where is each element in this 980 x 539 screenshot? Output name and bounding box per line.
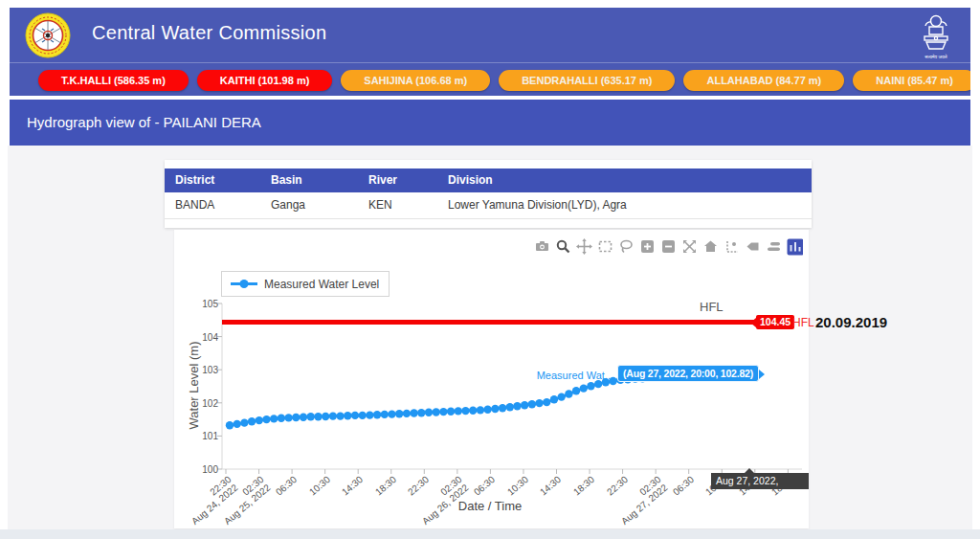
cwc-logo-icon [25, 12, 71, 58]
emblem-caption: सत्यमेव जयते [924, 54, 947, 59]
zoom-icon[interactable] [555, 238, 571, 255]
station-chip[interactable]: T.K.HALLI (586.35 m) [38, 70, 189, 91]
reset-axes-icon[interactable] [702, 238, 719, 255]
camera-icon[interactable] [534, 238, 550, 255]
station-chip[interactable]: NAINI (85.47 m) [853, 70, 970, 91]
hover-closest-icon[interactable] [745, 238, 761, 255]
box-select-icon[interactable] [597, 238, 613, 255]
col-header-division: Division [448, 168, 493, 192]
hydrograph-title-bar: Hydrograph view of - PAILANI DERA [10, 100, 970, 146]
hfl-annotation: HFL [700, 300, 724, 314]
table-row: BANDA Ganga KEN Lower Yamuna Division(LY… [165, 192, 812, 219]
autoscale-icon[interactable] [681, 238, 698, 255]
y-tick-label: 104 [178, 332, 218, 343]
pan-icon[interactable] [576, 238, 592, 255]
station-chip[interactable]: BENDRAHALLI (635.17 m) [499, 70, 675, 91]
legend[interactable]: Measured Water Level [221, 271, 390, 297]
national-emblem-icon: सत्यमेव जयते [917, 11, 955, 65]
app-title: Central Water Commission [92, 22, 326, 44]
cell-district: BANDA [175, 192, 214, 218]
hfl-value-tag: 104.45 [756, 315, 794, 329]
legend-marker-icon [230, 279, 258, 289]
station-chips-row[interactable]: T.K.HALLI (586.35 m)KAITHI (101.98 m)SAH… [10, 65, 970, 96]
legend-label: Measured Water Level [264, 278, 379, 291]
col-header-district: District [175, 168, 214, 192]
bottom-strip [0, 529, 980, 539]
page: Central Water Commission सत्यमेव जयते T.… [0, 0, 980, 539]
station-chip[interactable]: ALLAHABAD (84.77 m) [683, 70, 844, 91]
plotly-modebar[interactable] [534, 238, 803, 255]
hover-axis-tooltip: Aug 27, 2022, 21:00 [711, 473, 809, 489]
page-title: Hydrograph view of - PAILANI DERA [27, 100, 261, 146]
spikelines-icon[interactable] [724, 238, 740, 255]
header-divider [10, 62, 970, 63]
y-tick-label: 102 [178, 398, 218, 409]
lasso-icon[interactable] [618, 238, 635, 255]
hfl-date: 20.09.2019 [815, 314, 887, 330]
station-info-table: District Basin River Division BANDA Gang… [165, 160, 812, 228]
y-axis-title: Water Level (m) [187, 328, 201, 443]
hydrograph-chart: Measured Water Level Water Level (m) Dat… [174, 230, 809, 528]
cell-basin: Ganga [271, 192, 305, 218]
y-tick-label: 100 [178, 464, 218, 475]
y-tick-label: 101 [178, 431, 218, 441]
table-header-row: District Basin River Division [165, 168, 812, 192]
cell-river: KEN [368, 192, 392, 218]
station-chip[interactable]: SAHIJINA (106.68 m) [341, 70, 490, 91]
hover-point-tooltip: (Aug 27, 2022, 20:00, 102.82) [617, 365, 759, 382]
cell-division: Lower Yamuna Division(LYD), Agra [448, 192, 627, 218]
zoom-out-icon[interactable] [660, 238, 677, 255]
station-chip[interactable]: KAITHI (101.98 m) [197, 70, 333, 91]
y-tick-label: 105 [178, 299, 218, 309]
plotly-logo-icon[interactable] [787, 238, 803, 255]
col-header-river: River [368, 168, 397, 192]
app-header: Central Water Commission सत्यमेव जयते T.… [10, 8, 970, 96]
hover-series-label: Measured Wat... [537, 370, 613, 381]
hover-compare-icon[interactable] [766, 238, 782, 255]
col-header-basin: Basin [271, 168, 302, 192]
zoom-in-icon[interactable] [639, 238, 656, 255]
hfl-label: HFL [792, 316, 814, 329]
y-tick-label: 103 [178, 365, 218, 375]
hfl-line [222, 320, 755, 325]
